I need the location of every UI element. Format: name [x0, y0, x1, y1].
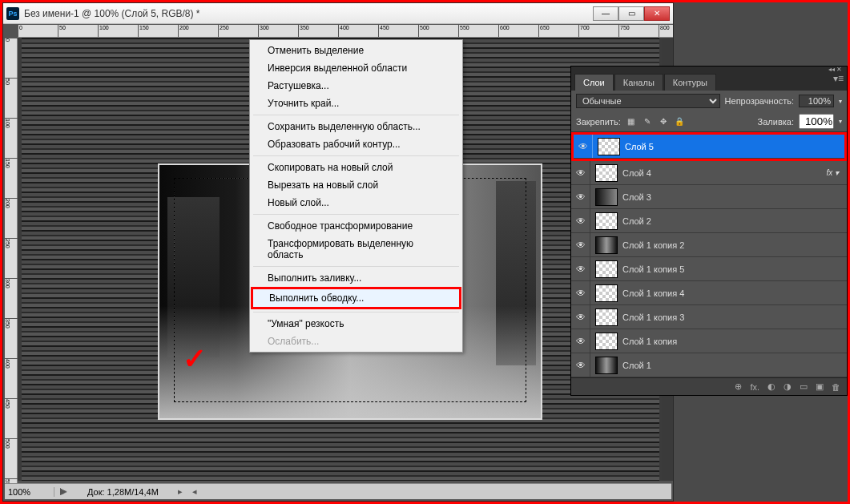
opacity-label: Непрозрачность:	[725, 96, 794, 106]
lock-transparency-icon[interactable]: ▦	[626, 116, 637, 127]
ruler-tick: 400	[5, 358, 18, 369]
visibility-eye-icon[interactable]: 👁	[571, 161, 590, 184]
layer-mask-icon[interactable]: ◐	[767, 381, 775, 392]
layer-name-label[interactable]: Слой 1 копия 2	[622, 240, 847, 250]
layer-row[interactable]: 👁Слой 4fx ▾	[571, 161, 847, 185]
visibility-eye-icon[interactable]: 👁	[571, 209, 590, 232]
annotation-highlight: Выполнить обводку...	[251, 287, 461, 309]
layer-row[interactable]: 👁Слой 3	[571, 185, 847, 209]
lock-pixels-icon[interactable]: ✎	[642, 116, 653, 127]
ruler-tick: 750	[618, 25, 630, 38]
visibility-eye-icon[interactable]: 👁	[574, 135, 593, 158]
visibility-eye-icon[interactable]: 👁	[571, 185, 590, 208]
layer-thumbnail[interactable]	[595, 212, 618, 230]
menu-inverse[interactable]: Инверсия выделенной области	[252, 59, 461, 77]
layer-name-label[interactable]: Слой 1	[622, 361, 847, 370]
menu-make-work-path[interactable]: Образовать рабочий контур...	[252, 135, 461, 153]
context-menu: Отменить выделение Инверсия выделенной о…	[249, 39, 463, 353]
zoom-display[interactable]: 100%	[5, 487, 54, 497]
fx-badge[interactable]: fx ▾	[826, 168, 847, 177]
ruler-tick: 450	[5, 398, 18, 409]
adjustment-layer-icon[interactable]: ◑	[784, 381, 792, 392]
opacity-input[interactable]	[799, 95, 834, 107]
visibility-eye-icon[interactable]: 👁	[571, 329, 590, 353]
layer-thumbnail[interactable]	[595, 188, 618, 206]
tab-channels[interactable]: Каналы	[614, 74, 663, 91]
statusbar-arrow-icon[interactable]: ▸	[173, 486, 187, 497]
visibility-eye-icon[interactable]: 👁	[571, 305, 590, 329]
layer-thumbnail[interactable]	[595, 164, 618, 182]
layer-style-icon[interactable]: fx.	[750, 382, 759, 392]
visibility-eye-icon[interactable]: 👁	[571, 257, 590, 280]
layer-thumbnail[interactable]	[595, 284, 618, 302]
layer-thumbnail[interactable]	[595, 308, 618, 326]
ruler-tick: 600	[498, 25, 510, 38]
layer-thumbnail[interactable]	[595, 260, 618, 278]
tab-paths[interactable]: Контуры	[664, 74, 716, 91]
statusbar-arrow-icon[interactable]: ⯈	[54, 487, 73, 497]
ruler-tick: 700	[578, 25, 590, 38]
scroll-left-icon[interactable]: ◂	[187, 486, 202, 497]
menu-free-transform[interactable]: Свободное трансформирование	[252, 217, 461, 235]
menu-new-layer[interactable]: Новый слой...	[252, 194, 461, 212]
menu-transform-selection[interactable]: Трансформировать выделенную область	[252, 235, 461, 264]
dropdown-arrow-icon[interactable]: ▾	[839, 118, 842, 125]
annotation-checkmark: ✓	[183, 342, 207, 376]
layer-row[interactable]: 👁Слой 1 копия 5	[571, 257, 847, 281]
layer-name-label[interactable]: Слой 1 копия 5	[622, 264, 847, 274]
menu-copy-layer[interactable]: Скопировать на новый слой	[252, 159, 461, 176]
menu-deselect[interactable]: Отменить выделение	[252, 42, 461, 59]
lock-label: Закрепить:	[576, 117, 621, 127]
layer-thumbnail[interactable]	[598, 138, 620, 155]
trash-icon[interactable]: 🗑	[832, 382, 840, 392]
ruler-tick: 400	[338, 25, 349, 38]
layer-name-label[interactable]: Слой 1 копия	[622, 337, 847, 346]
ruler-tick: 50	[5, 78, 18, 85]
layer-row[interactable]: 👁Слой 1	[571, 353, 847, 377]
menu-smart-sharpen[interactable]: "Умная" резкость	[252, 315, 461, 333]
layer-name-label[interactable]: Слой 1 копия 4	[622, 288, 847, 298]
layer-row[interactable]: 👁Слой 1 копия 2	[571, 233, 847, 257]
titlebar: Ps Без имени-1 @ 100% (Слой 5, RGB/8) * …	[3, 3, 673, 24]
ruler-tick: 450	[378, 25, 389, 38]
minimize-button[interactable]: —	[593, 6, 618, 21]
layer-thumbnail[interactable]	[595, 357, 618, 374]
visibility-eye-icon[interactable]: 👁	[571, 353, 590, 377]
link-layers-icon[interactable]: ⊕	[735, 381, 742, 392]
menu-feather[interactable]: Растушевка...	[252, 77, 461, 95]
layers-list: 👁Слой 5👁Слой 4fx ▾👁Слой 3👁Слой 2👁Слой 1 …	[571, 132, 847, 377]
ruler-tick: 350	[298, 25, 309, 38]
layer-row[interactable]: 👁Слой 1 копия	[571, 329, 847, 353]
tab-layers[interactable]: Слои	[574, 74, 614, 91]
menu-save-selection[interactable]: Сохранить выделенную область...	[252, 118, 461, 135]
visibility-eye-icon[interactable]: 👁	[571, 281, 590, 304]
menu-cut-layer[interactable]: Вырезать на новый слой	[252, 176, 461, 194]
visibility-eye-icon[interactable]: 👁	[571, 233, 590, 256]
layer-row[interactable]: 👁Слой 1 копия 4	[571, 281, 847, 305]
layer-row[interactable]: 👁Слой 1 копия 3	[571, 305, 847, 329]
layer-name-label[interactable]: Слой 4	[622, 168, 826, 178]
close-button[interactable]: ✕	[644, 6, 670, 21]
lock-position-icon[interactable]: ✥	[658, 116, 669, 127]
layer-name-label[interactable]: Слой 3	[622, 192, 847, 202]
panel-menu-icon[interactable]: ▾≡	[833, 73, 844, 84]
blend-mode-select[interactable]: Обычные	[576, 94, 720, 108]
ruler-tick: 300	[5, 278, 18, 288]
lock-all-icon[interactable]: 🔒	[674, 116, 685, 127]
layer-thumbnail[interactable]	[595, 333, 618, 350]
layer-name-label[interactable]: Слой 1 копия 3	[622, 312, 847, 322]
layer-row[interactable]: 👁Слой 5	[574, 135, 844, 159]
dropdown-arrow-icon[interactable]: ▾	[839, 98, 842, 105]
menu-refine-edge[interactable]: Уточнить край...	[252, 95, 461, 112]
maximize-button[interactable]: ▭	[618, 6, 644, 21]
menu-stroke[interactable]: Выполнить обводку...	[253, 289, 459, 307]
layer-name-label[interactable]: Слой 2	[622, 216, 847, 226]
new-layer-icon[interactable]: ▣	[816, 381, 824, 392]
layer-name-label[interactable]: Слой 5	[625, 142, 844, 151]
layer-row[interactable]: 👁Слой 2	[571, 209, 847, 233]
fill-input[interactable]	[799, 114, 834, 129]
group-icon[interactable]: ▭	[800, 381, 808, 392]
ruler-tick: 150	[138, 25, 149, 38]
layer-thumbnail[interactable]	[595, 236, 618, 254]
menu-fill[interactable]: Выполнить заливку...	[252, 269, 461, 287]
